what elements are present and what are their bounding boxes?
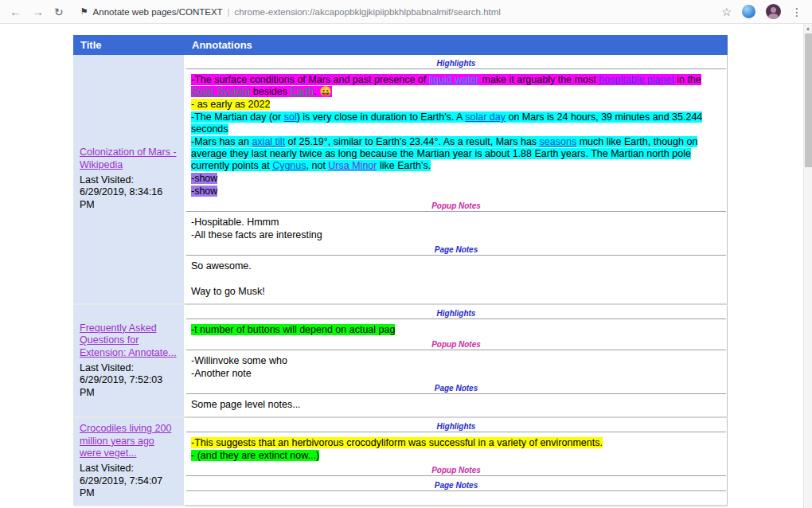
reload-icon[interactable]: ↻ bbox=[54, 6, 64, 18]
last-visited-label: Last Visited: bbox=[80, 463, 178, 475]
column-header-title: Title bbox=[73, 35, 185, 55]
bookmark-star-icon[interactable]: ☆ bbox=[721, 6, 732, 18]
annotation-line: - as early as 2022 bbox=[185, 99, 727, 111]
annotation-text: ) is very close in duration to Earth's. … bbox=[297, 111, 466, 123]
annotation-text: -Hospitable. Hmmm bbox=[191, 217, 279, 228]
section-label: Popup Notes bbox=[185, 201, 727, 210]
annotation-link[interactable]: liquid water bbox=[429, 74, 479, 85]
scrollbar-thumb[interactable] bbox=[805, 33, 812, 167]
annotation-text: -t number of buttons will depend on actu… bbox=[191, 324, 395, 335]
last-visited-label: Last Visited: bbox=[80, 362, 178, 375]
section-divider bbox=[186, 68, 726, 69]
annotation-line: Some page level notes... bbox=[185, 399, 727, 411]
annotation-text: -All these facts are interesting bbox=[191, 229, 322, 240]
table-row: Frequently Asked Questions for Extension… bbox=[73, 304, 728, 417]
omnibox[interactable]: ⚑ Annotate web pages/CONTEXT | chrome-ex… bbox=[80, 6, 712, 17]
annotation-text: - (and they are extinct now...) bbox=[191, 450, 319, 461]
last-visited-value: 6/29/2019, 7:54:07 PM bbox=[80, 475, 178, 500]
annotation-link[interactable]: Ursa Minor bbox=[328, 160, 377, 171]
annotation-text: make it arguably the most bbox=[479, 74, 599, 85]
title-link[interactable]: Crocodiles living 200 million years ago … bbox=[80, 423, 178, 460]
scrollbar[interactable]: ▲ bbox=[803, 24, 812, 508]
annotation-text: -show bbox=[191, 173, 217, 184]
annotation-link[interactable]: seasons bbox=[540, 136, 577, 147]
annotations-cell: Highlights-The surface conditions of Mar… bbox=[185, 55, 728, 304]
annotation-link[interactable]: Cygnus bbox=[272, 160, 306, 171]
omnibox-page-title: Annotate web pages/CONTEXT bbox=[93, 7, 223, 17]
annotation-line: So awesome. bbox=[185, 260, 727, 272]
column-header-annotations: Annotations bbox=[185, 35, 728, 55]
omnibox-separator: | bbox=[228, 7, 230, 17]
last-visited-value: 6/29/2019, 7:52:03 PM bbox=[80, 374, 178, 399]
annotations-table: Title Annotations Colonization of Mars -… bbox=[73, 35, 728, 506]
browser-toolbar: ← → ↻ ⚑ Annotate web pages/CONTEXT | chr… bbox=[0, 0, 812, 24]
browser-menu-icon[interactable]: ⋮ bbox=[791, 6, 802, 18]
annotation-line: -Willinvoke some who bbox=[185, 355, 727, 367]
annotation-line: -show bbox=[185, 173, 727, 185]
annotation-text: like Earth's. bbox=[377, 160, 431, 171]
annotation-line: -This suggests that an herbivorous croco… bbox=[185, 437, 727, 449]
section-divider bbox=[186, 393, 726, 394]
annotation-link[interactable]: axial tilt bbox=[252, 136, 285, 147]
extension-page-icon: ⚑ bbox=[80, 6, 88, 17]
section-label: Popup Notes bbox=[185, 340, 727, 349]
annotation-link[interactable]: hospitable planet bbox=[599, 74, 674, 85]
annotation-text: -The Martian day (or bbox=[191, 111, 284, 123]
annotation-link[interactable]: sol bbox=[284, 111, 297, 123]
title-link[interactable]: Frequently Asked Questions for Extension… bbox=[80, 322, 178, 360]
table-row: Crocodiles living 200 million years ago … bbox=[73, 417, 728, 506]
annotation-line: -The surface conditions of Mars and past… bbox=[185, 74, 727, 98]
section-label: Highlights bbox=[185, 422, 727, 431]
title-link[interactable]: Colonization of Mars - Wikipedia bbox=[80, 147, 178, 171]
section-divider bbox=[186, 350, 726, 350]
annotation-line: -The Martian day (or sol) is very close … bbox=[185, 111, 727, 135]
section-label: Highlights bbox=[185, 59, 727, 68]
forward-icon[interactable]: → bbox=[32, 6, 44, 18]
annotation-text: -Mars has an bbox=[191, 136, 252, 147]
annotation-text: of 25.19°, similar to Earth's 23.44°. As… bbox=[285, 136, 539, 147]
section-divider bbox=[186, 490, 726, 491]
omnibox-url: chrome-extension://akcapopbklgjkipiipbkh… bbox=[235, 7, 501, 17]
annotation-link[interactable]: Solar System bbox=[191, 86, 250, 97]
annotation-link[interactable]: Earth bbox=[290, 86, 314, 97]
annotation-text: -Another note bbox=[191, 368, 252, 379]
title-cell: Crocodiles living 200 million years ago … bbox=[73, 417, 185, 506]
title-cell: Colonization of Mars - WikipediaLast Vis… bbox=[73, 55, 185, 304]
section-label: Popup Notes bbox=[185, 466, 727, 475]
annotation-line: -Another note bbox=[185, 368, 727, 380]
section-divider bbox=[186, 255, 726, 256]
back-icon[interactable]: ← bbox=[10, 6, 21, 18]
annotation-link[interactable]: solar day bbox=[465, 111, 506, 123]
annotation-line: - (and they are extinct now...) bbox=[185, 450, 727, 462]
annotation-text: , not bbox=[306, 160, 329, 171]
annotation-text: besides bbox=[250, 86, 290, 97]
page-content: Title Annotations Colonization of Mars -… bbox=[0, 24, 803, 508]
annotation-text: in the bbox=[674, 74, 701, 85]
scrollbar-up-icon[interactable]: ▲ bbox=[804, 24, 812, 33]
title-cell: Frequently Asked Questions for Extension… bbox=[73, 304, 185, 417]
annotation-line: -Mars has an axial tilt of 25.19°, simil… bbox=[185, 136, 727, 172]
section-label: Page Notes bbox=[185, 245, 727, 254]
profile-avatar[interactable] bbox=[766, 4, 781, 19]
annotation-line: -Hospitable. Hmmm bbox=[185, 217, 727, 229]
annotation-text: So awesome. bbox=[191, 260, 252, 272]
annotation-text: -Willinvoke some who bbox=[191, 355, 287, 366]
annotations-cell: Highlights-t number of buttons will depe… bbox=[185, 304, 728, 417]
section-label: Page Notes bbox=[185, 481, 727, 490]
section-label: Highlights bbox=[185, 309, 727, 318]
annotation-line: -All these facts are interesting bbox=[185, 229, 727, 241]
annotation-text: Way to go Musk! bbox=[191, 286, 265, 297]
annotation-line: -t number of buttons will depend on actu… bbox=[185, 324, 727, 336]
annotation-text: -This suggests that an herbivorous croco… bbox=[191, 437, 603, 448]
annotation-text: -The surface conditions of Mars and past… bbox=[191, 74, 429, 85]
table-row: Colonization of Mars - WikipediaLast Vis… bbox=[73, 55, 728, 304]
table-header-row: Title Annotations bbox=[73, 35, 728, 55]
annotation-text: . 😛 bbox=[314, 86, 332, 97]
annotation-line: -show bbox=[185, 186, 727, 197]
section-divider bbox=[186, 318, 726, 319]
annotations-table-body: Colonization of Mars - WikipediaLast Vis… bbox=[73, 55, 728, 506]
last-visited-label: Last Visited: bbox=[80, 174, 178, 187]
toolbar-right-group: ☆ ⋮ bbox=[721, 4, 802, 19]
section-divider bbox=[186, 475, 726, 476]
annotate-extension-icon[interactable] bbox=[742, 5, 755, 18]
